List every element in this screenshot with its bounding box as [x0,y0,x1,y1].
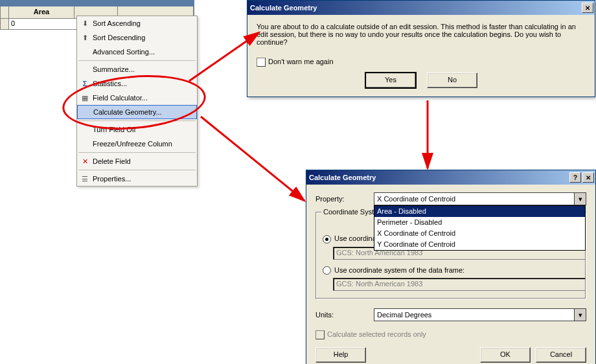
menu-turn-field-off[interactable]: Turn Field Off [77,122,197,137]
help-titlebar-button[interactable]: ? [569,172,581,183]
menu-field-calculator[interactable]: ▦ Field Calculator... [77,91,197,105]
property-dropdown: Area - Disabled Perimeter - Disabled X C… [374,205,586,251]
menu-sort-ascending[interactable]: ⬇ Sort Ascending [77,16,197,30]
units-label: Units: [315,311,374,319]
menu-advanced-sorting[interactable]: Advanced Sorting... [77,45,197,59]
dialog-title: Calculate Geometry [309,174,568,181]
menu-summarize[interactable]: Summarize... [77,62,197,76]
dialog-title: Calculate Geometry [250,4,580,12]
property-combobox[interactable]: X Coordinate of Centroid ▾ [374,192,586,205]
menu-delete-field[interactable]: ✕ Delete Field [77,154,197,168]
combobox-arrow-icon[interactable]: ▾ [574,192,586,205]
dont-warn-checkbox[interactable]: Don't warn me again [257,58,334,65]
selected-records-checkbox: Calculate selected records only [315,330,426,338]
menu-calculate-geometry[interactable]: Calculate Geometry... [77,105,197,119]
row-selector[interactable] [1,19,9,29]
cell-area-value: 0 [9,19,78,29]
option-y-centroid[interactable]: Y Coordinate of Centroid [374,239,585,250]
option-area[interactable]: Area - Disabled [374,206,585,217]
menu-statistics[interactable]: Σ Statistics... [77,76,197,91]
properties-icon: ☰ [77,175,93,183]
no-button[interactable]: No [427,73,477,88]
sort-ascending-icon: ⬇ [77,19,93,28]
cs-frame-field: GCS: North American 1983 [333,278,586,291]
warning-message: You are about to do a calculate outside … [257,23,586,46]
menu-freeze-column[interactable]: Freeze/Unfreeze Column [77,137,197,151]
option-x-centroid[interactable]: X Coordinate of Centroid [374,228,585,239]
column-header-area[interactable]: Area [9,6,74,18]
units-combobox[interactable]: Decimal Degrees ▾ [374,308,586,321]
close-button[interactable]: ✕ [582,3,593,13]
close-button[interactable]: ✕ [582,172,594,183]
calculator-icon: ▦ [77,94,93,102]
help-button[interactable]: Help [315,347,366,363]
ok-button[interactable]: OK [480,347,531,363]
warning-dialog: Calculate Geometry ✕ You are about to do… [247,0,595,97]
cancel-button[interactable]: Cancel [536,347,586,363]
option-perimeter[interactable]: Perimeter - Disabled [374,217,585,228]
menu-properties[interactable]: ☰ Properties... [77,172,197,186]
field-context-menu: ⬇ Sort Ascending ⬆ Sort Descending Advan… [76,16,198,187]
sort-descending-icon: ⬆ [77,34,93,42]
yes-button[interactable]: Yes [365,72,417,89]
sigma-icon: Σ [77,80,93,87]
delete-icon: ✕ [77,157,93,166]
combobox-arrow-icon[interactable]: ▾ [574,308,586,321]
property-label: Property: [315,195,374,203]
calculate-geometry-dialog: Calculate Geometry ? ✕ Property: X Coord… [306,170,596,364]
radio-data-frame[interactable]: Use coordinate system of the data frame: [323,266,579,275]
svg-line-1 [201,117,304,201]
menu-sort-descending[interactable]: ⬆ Sort Descending [77,30,197,45]
